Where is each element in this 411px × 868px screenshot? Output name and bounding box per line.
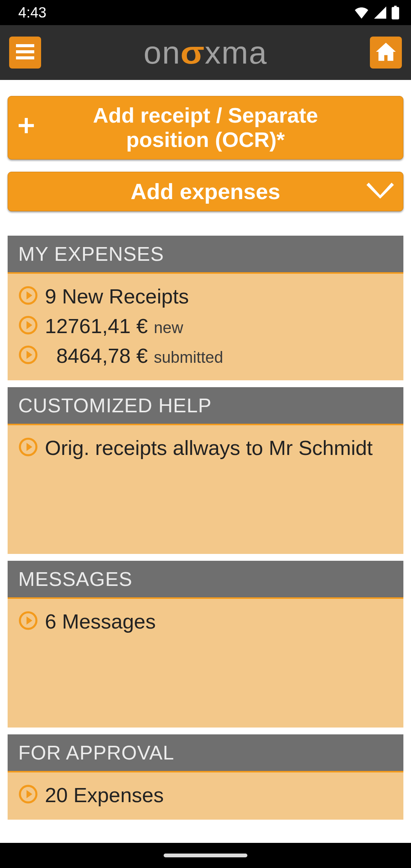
- add-receipt-label: Add receipt / Separate position (OCR)*: [19, 103, 392, 152]
- new-receipts-text: 9 New Receipts: [45, 284, 189, 308]
- amount-submitted-value: 8464,78 €: [45, 344, 148, 367]
- messages-card: MESSAGES 6 Messages: [8, 561, 403, 728]
- approval-row[interactable]: 20 Expenses: [18, 783, 393, 807]
- amount-submitted-text: 8464,78 € submitted: [45, 344, 223, 367]
- amount-submitted-sub: submitted: [154, 348, 223, 367]
- menu-button[interactable]: [9, 37, 41, 69]
- svg-rect-2: [16, 56, 34, 59]
- customized-help-body: Orig. receipts allways to Mr Schmidt: [8, 425, 403, 554]
- cellular-icon: [374, 6, 387, 19]
- logo-sigma-icon: Σ: [179, 34, 206, 71]
- messages-row[interactable]: 6 Messages: [18, 610, 393, 633]
- customized-help-card: CUSTOMIZED HELP Orig. receipts allways t…: [8, 387, 403, 554]
- messages-text: 6 Messages: [45, 610, 156, 633]
- add-expenses-button[interactable]: Add expenses: [8, 172, 403, 212]
- main-content: Add receipt / Separate position (OCR)* A…: [0, 80, 411, 820]
- amount-new-value: 12761,41 €: [45, 314, 148, 338]
- play-icon: [18, 345, 38, 366]
- my-expenses-card: MY EXPENSES 9 New Receipts 12761,41 € ne…: [8, 236, 403, 380]
- play-icon: [18, 286, 38, 307]
- home-button[interactable]: [370, 37, 402, 69]
- new-receipts-row[interactable]: 9 New Receipts: [18, 284, 393, 308]
- wifi-icon: [354, 6, 369, 19]
- for-approval-body: 20 Expenses: [8, 772, 403, 820]
- svg-rect-0: [16, 44, 34, 47]
- help-row[interactable]: Orig. receipts allways to Mr Schmidt: [18, 436, 393, 460]
- status-time: 4:43: [18, 5, 46, 21]
- home-icon: [376, 43, 396, 62]
- add-expenses-label: Add expenses: [19, 179, 392, 204]
- play-icon: [18, 437, 38, 458]
- logo-post: xma: [205, 34, 268, 71]
- amount-new-sub: new: [154, 319, 183, 337]
- status-icons: [354, 6, 400, 19]
- android-status-bar: 4:43: [0, 0, 411, 25]
- for-approval-title: FOR APPROVAL: [8, 734, 403, 772]
- android-nav-bar: [0, 843, 411, 868]
- help-text: Orig. receipts allways to Mr Schmidt: [45, 436, 373, 460]
- customized-help-title: CUSTOMIZED HELP: [8, 387, 403, 425]
- app-header: onΣxma: [0, 25, 411, 80]
- add-receipt-button[interactable]: Add receipt / Separate position (OCR)*: [8, 96, 403, 160]
- play-icon: [18, 611, 38, 632]
- play-icon: [18, 784, 38, 806]
- svg-rect-4: [19, 124, 34, 127]
- plus-icon: [17, 115, 35, 140]
- messages-body: 6 Messages: [8, 599, 403, 728]
- chevron-down-icon: [366, 179, 394, 204]
- home-indicator[interactable]: [164, 854, 247, 857]
- amount-submitted-row[interactable]: 8464,78 € submitted: [18, 344, 393, 367]
- my-expenses-title: MY EXPENSES: [8, 236, 403, 274]
- logo: onΣxma: [41, 34, 370, 71]
- amount-new-text: 12761,41 € new: [45, 314, 183, 338]
- my-expenses-body: 9 New Receipts 12761,41 € new 8464,78 € …: [8, 274, 403, 380]
- for-approval-card: FOR APPROVAL 20 Expenses: [8, 734, 403, 820]
- logo-pre: on: [143, 34, 180, 71]
- play-icon: [18, 315, 38, 337]
- battery-icon: [391, 6, 400, 19]
- approval-text: 20 Expenses: [45, 783, 164, 807]
- amount-new-row[interactable]: 12761,41 € new: [18, 314, 393, 338]
- messages-title: MESSAGES: [8, 561, 403, 599]
- hamburger-icon: [16, 44, 34, 61]
- svg-rect-1: [16, 50, 34, 53]
